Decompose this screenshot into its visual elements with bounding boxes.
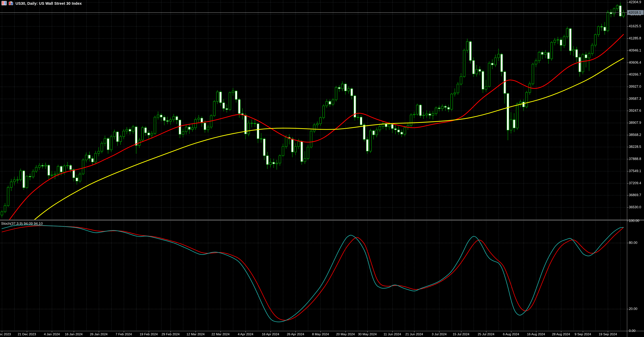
date-axis-label: 28 Aug 2024	[552, 332, 570, 336]
stochastic-main-value: 94.09	[24, 222, 33, 226]
date-axis-label: 12 Mar 2024	[186, 332, 204, 336]
stochastic-name: Stoch(37,3,9)	[1, 222, 23, 226]
price-axis-label: 42304.9	[629, 0, 641, 4]
mt4-chart-window: US30, Daily: US Wall Street 30 Index Sto…	[0, 0, 644, 337]
date-axis-label: 4 Apr 2024	[238, 332, 253, 336]
date-axis-label: 16 Aug 2024	[527, 332, 545, 336]
date-axis-label: 11 Jun 2024	[384, 332, 401, 336]
current-price-box: 42018.1	[627, 10, 644, 15]
price-chart-canvas[interactable]	[0, 0, 644, 337]
stoch-axis-label: 100.00	[629, 219, 639, 223]
date-axis-label: 20 May 2024	[336, 332, 355, 336]
date-axis-label: 21 Dec 2023	[18, 332, 36, 336]
date-axis-label: 7 Feb 2024	[116, 332, 132, 336]
price-axis-label: 36530.0	[629, 205, 641, 209]
date-axis-label: 25 Jul 2024	[478, 332, 494, 336]
date-axis-label: 4 Jan 2024	[44, 332, 60, 336]
date-axis-label: 3 Jul 2024	[432, 332, 446, 336]
bar-chart-icon	[8, 1, 14, 6]
date-axis-label: 8 May 2024	[312, 332, 329, 336]
date-axis-label: 16 Jan 2024	[65, 332, 83, 336]
date-axis-label: 9 Sep 2024	[575, 332, 591, 336]
price-axis-label: 37549.1	[629, 169, 641, 173]
price-axis-label: 39927.0	[629, 85, 641, 88]
date-axis-label: 26 Apr 2024	[287, 332, 304, 336]
price-axis-label: 40946.1	[629, 48, 641, 52]
date-axis-label: 29 Feb 2024	[162, 332, 180, 336]
price-axis-label: 39587.3	[629, 97, 641, 101]
date-axis-label: 22 Mar 2024	[212, 332, 230, 336]
price-axis-label: 39247.6	[629, 109, 641, 113]
price-axis[interactable]: 42304.941965.241625.541285.840946.140606…	[628, 0, 644, 337]
price-axis-label: 41625.5	[629, 24, 641, 28]
date-axis-label: 6 Aug 2024	[503, 332, 519, 336]
price-axis-label: 38907.9	[629, 121, 641, 125]
chart-list-icon	[2, 1, 7, 6]
chart-title: US30, Daily: US Wall Street 30 Index	[16, 1, 82, 6]
date-axis-label: 16 Apr 2024	[262, 332, 279, 336]
date-axis-label: 19 Sep 2024	[599, 332, 617, 336]
date-axis-label: 30 May 2024	[358, 332, 376, 336]
date-axis-label: 21 Jun 2024	[405, 332, 423, 336]
chart-title-bar: US30, Daily: US Wall Street 30 Index	[2, 1, 82, 6]
date-axis-label: 26 Jan 2024	[90, 332, 108, 336]
price-axis-label: 37888.8	[629, 157, 641, 161]
date-axis-label: 15 Jul 2024	[453, 332, 470, 336]
price-axis-label: 41285.8	[629, 36, 641, 40]
stoch-axis-label: 0.00	[629, 329, 636, 333]
stoch-axis-label: 20.00	[629, 307, 637, 311]
price-axis-label: 36869.7	[629, 193, 641, 197]
price-axis-label: 38568.2	[629, 133, 641, 137]
stochastic-signal-value: 94.10	[34, 222, 43, 226]
price-axis-label: 37209.4	[629, 181, 641, 185]
date-axis-label: 19 Feb 2024	[140, 332, 158, 336]
stoch-axis-label: 80.00	[629, 241, 637, 245]
date-axis-label: 11 Dec 2023	[0, 332, 11, 336]
price-axis-label: 40606.4	[629, 60, 641, 64]
stochastic-indicator-label: Stoch(37,3,9) 94.09 94.10	[1, 222, 43, 226]
price-axis-label: 40266.7	[629, 72, 641, 76]
date-axis[interactable]: 11 Dec 202321 Dec 20234 Jan 202416 Jan 2…	[0, 332, 627, 337]
price-axis-label: 38228.5	[629, 145, 641, 149]
